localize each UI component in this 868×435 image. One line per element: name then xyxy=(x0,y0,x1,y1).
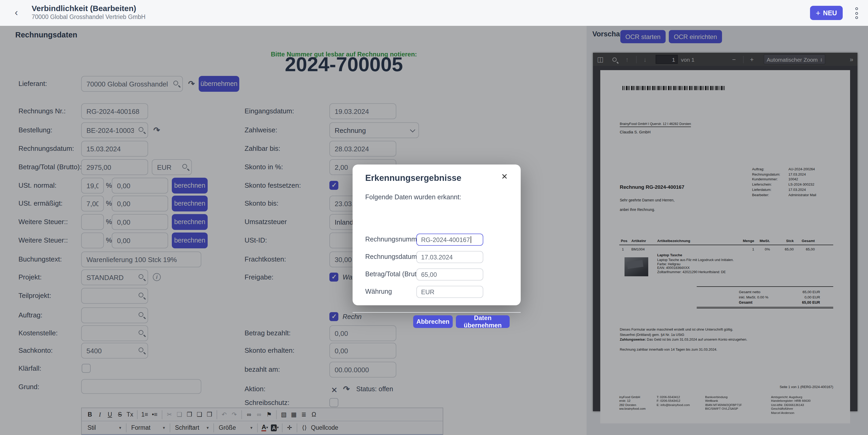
modal-intro: Folgende Daten wurden erkannt: xyxy=(365,194,461,201)
modal-field-label: Währung xyxy=(365,286,392,298)
modal-field-label: Rechnungsdatum xyxy=(365,251,417,263)
kebab-menu-icon[interactable] xyxy=(853,7,860,19)
plus-icon: + xyxy=(816,9,820,17)
back-icon[interactable]: ‹ xyxy=(15,7,18,19)
rechnungsnummer-modal-input[interactable]: RG-2024-400167 xyxy=(416,234,483,246)
betrag-modal-input[interactable]: 65,00 xyxy=(416,268,483,281)
text-caret xyxy=(470,236,471,243)
ocr-results-modal: Erkennungsergebnisse ✕ Folgende Daten wu… xyxy=(352,165,521,305)
cancel-button[interactable]: Abbrechen xyxy=(413,315,453,328)
app-header: ‹ Verbindlichkeit (Bearbeiten) 70000 Glo… xyxy=(0,0,868,26)
waehrung-modal-input[interactable]: EUR xyxy=(416,286,483,298)
page-title: Verbindlichkeit (Bearbeiten) xyxy=(32,4,136,13)
submit-button[interactable]: Daten übernehmen xyxy=(456,315,509,328)
rechnungsdatum-modal-input[interactable]: 17.03.2024 xyxy=(416,251,483,263)
modal-title: Erkennungsergebnisse xyxy=(365,173,461,183)
modal-field-label: Rechnungsnummer xyxy=(365,234,423,246)
close-icon[interactable]: ✕ xyxy=(501,172,508,181)
content-area: Rechnungsdaten Bitte Nummer gut lesbar a… xyxy=(0,26,868,435)
app-root: ‹ Verbindlichkeit (Bearbeiten) 70000 Glo… xyxy=(0,0,868,435)
modal-divider xyxy=(352,312,521,313)
page-subtitle: 70000 Global Grosshandel Vertrieb GmbH xyxy=(32,14,146,20)
modal-field-label: Betrag/Total (Brutto) xyxy=(365,268,424,281)
new-button[interactable]: + NEU xyxy=(810,6,843,20)
new-button-label: NEU xyxy=(823,9,837,17)
